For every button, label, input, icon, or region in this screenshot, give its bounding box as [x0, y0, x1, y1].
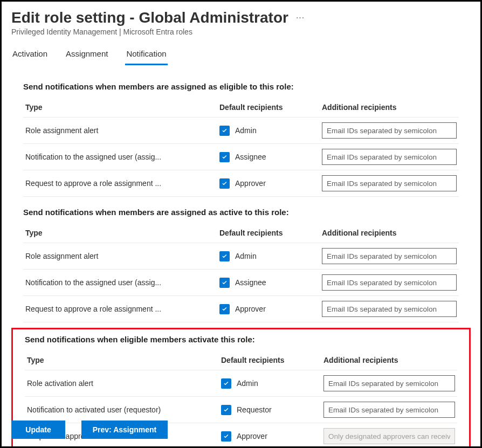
additional-recipients-input: [323, 428, 455, 444]
update-button[interactable]: Update: [11, 421, 65, 439]
page-subtitle: Privileged Identity Management | Microso…: [11, 27, 471, 36]
col-header-type: Type: [23, 223, 217, 243]
prev-assignment-button[interactable]: Prev: Assignment: [81, 421, 168, 439]
table-row: Role activation alertAdmin: [25, 370, 457, 397]
recipient-checkbox[interactable]: [219, 278, 230, 288]
tabs: Activation Assignment Notification: [11, 45, 471, 66]
table-row: Notification to the assigned user (assig…: [23, 144, 459, 170]
page-title: Edit role setting - Global Administrator: [11, 9, 288, 26]
type-cell: Role assignment alert: [23, 243, 217, 270]
type-cell: Notification to the assigned user (assig…: [23, 270, 217, 296]
col-header-additional: Additional recipients: [320, 223, 459, 243]
default-recipient-cell: Assignee: [217, 270, 320, 296]
col-header-default: Default recipients: [217, 223, 320, 243]
type-cell: Role activation alert: [25, 370, 219, 397]
default-recipient-cell: Admin: [219, 370, 321, 397]
col-header-type: Type: [23, 98, 217, 118]
additional-recipients-input[interactable]: [322, 149, 457, 165]
table-row: Notification to the assigned user (assig…: [23, 270, 459, 296]
default-recipient-cell: Assignee: [217, 144, 320, 170]
notification-table: TypeDefault recipientsAdditional recipie…: [23, 223, 459, 322]
additional-recipients-cell: [321, 397, 457, 423]
recipient-label: Requestor: [237, 405, 272, 414]
additional-recipients-cell: [320, 243, 459, 270]
additional-recipients-cell: [320, 296, 459, 322]
recipient-label: Approver: [235, 305, 266, 313]
recipient-label: Admin: [237, 379, 258, 388]
additional-recipients-input[interactable]: [322, 274, 457, 291]
recipient-label: Approver: [235, 179, 266, 188]
col-header-additional: Additional recipients: [321, 350, 457, 370]
table-row: Request to approve a role assignment ...…: [23, 170, 459, 197]
table-row: Request to approve a role assignment ...…: [23, 296, 459, 322]
recipient-checkbox[interactable]: [221, 405, 231, 415]
notification-section: Send notifications when members are assi…: [11, 202, 471, 328]
recipient-label: Admin: [235, 126, 257, 135]
table-row: Notification to activated user (requesto…: [25, 397, 457, 423]
col-header-default: Default recipients: [217, 98, 320, 118]
recipient-label: Assignee: [235, 278, 266, 287]
section-title: Send notifications when members are assi…: [23, 208, 459, 217]
additional-recipients-cell: [320, 270, 459, 296]
default-recipient-cell: Approver: [217, 170, 320, 197]
tab-assignment[interactable]: Assignment: [65, 45, 109, 65]
recipient-checkbox[interactable]: [219, 178, 230, 189]
section-title: Send notifications when eligible members…: [25, 335, 457, 344]
notification-table: TypeDefault recipientsAdditional recipie…: [23, 98, 459, 197]
default-recipient-cell: Requestor: [219, 397, 321, 423]
recipient-label: Admin: [235, 252, 257, 260]
section-title: Send notifications when members are assi…: [23, 82, 459, 91]
recipient-checkbox[interactable]: [219, 251, 230, 261]
recipient-checkbox[interactable]: [221, 431, 231, 442]
additional-recipients-cell: [320, 144, 459, 170]
recipient-checkbox[interactable]: [219, 126, 230, 136]
additional-recipients-input[interactable]: [323, 375, 455, 391]
additional-recipients-cell: [321, 423, 457, 449]
additional-recipients-input[interactable]: [322, 122, 457, 139]
additional-recipients-input[interactable]: [322, 301, 457, 317]
tab-activation[interactable]: Activation: [11, 45, 49, 65]
type-cell: Request to approve a role assignment ...: [23, 170, 217, 197]
col-header-type: Type: [25, 350, 219, 370]
recipient-checkbox[interactable]: [221, 378, 231, 389]
additional-recipients-input[interactable]: [323, 402, 455, 418]
additional-recipients-cell: [320, 118, 459, 144]
type-cell: Notification to activated user (requesto…: [25, 397, 219, 423]
recipient-checkbox[interactable]: [219, 152, 230, 162]
col-header-default: Default recipients: [219, 350, 321, 370]
footer-actions: Update Prev: Assignment: [11, 421, 168, 439]
additional-recipients-cell: [321, 370, 457, 397]
type-cell: Role assignment alert: [23, 118, 217, 144]
more-icon[interactable]: ···: [296, 13, 305, 23]
default-recipient-cell: Approver: [217, 296, 320, 322]
table-row: Role assignment alertAdmin: [23, 243, 459, 270]
additional-recipients-input[interactable]: [322, 248, 457, 264]
notification-section: Send notifications when members are assi…: [11, 77, 471, 202]
table-row: Role assignment alertAdmin: [23, 118, 459, 144]
type-cell: Notification to the assigned user (assig…: [23, 144, 217, 170]
additional-recipients-cell: [320, 170, 459, 197]
tab-notification[interactable]: Notification: [125, 45, 167, 65]
recipient-checkbox[interactable]: [219, 304, 230, 314]
recipient-label: Assignee: [235, 153, 266, 161]
additional-recipients-input[interactable]: [322, 175, 457, 191]
default-recipient-cell: Approver: [219, 423, 321, 449]
default-recipient-cell: Admin: [217, 243, 320, 270]
type-cell: Request to approve a role assignment ...: [23, 296, 217, 322]
col-header-additional: Additional recipients: [320, 98, 459, 118]
default-recipient-cell: Admin: [217, 118, 320, 144]
recipient-label: Approver: [237, 432, 267, 440]
